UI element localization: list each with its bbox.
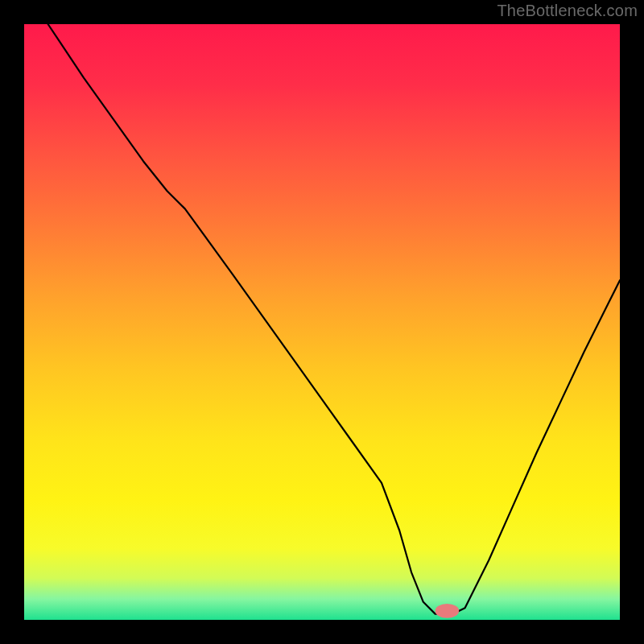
chart-frame: TheBottleneck.com (0, 0, 644, 644)
watermark-text: TheBottleneck.com (497, 2, 638, 20)
chart-svg (24, 24, 620, 620)
plot-area (24, 24, 620, 620)
minimum-marker (436, 604, 460, 618)
gradient-background (24, 24, 620, 620)
